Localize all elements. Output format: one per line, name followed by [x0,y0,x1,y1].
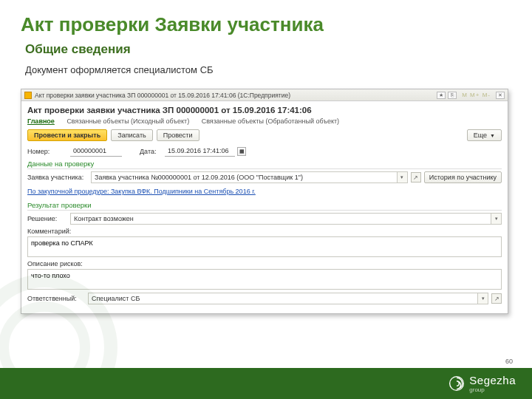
page-number: 60 [505,358,513,365]
open-icon[interactable]: ↗ [491,293,502,304]
brand-logo: Segezha group [449,374,516,392]
calendar-icon[interactable]: ▦ [237,147,246,156]
document-title: Акт проверки заявки участника ЗП 0000000… [27,106,502,115]
brand-name: Segezha [469,374,516,386]
date-label: Дата: [140,148,162,155]
more-button-label: Еще [474,132,487,139]
applicant-field[interactable]: Заявка участника №000000001 от 12.09.201… [91,171,398,183]
app-window: Акт проверки заявки участника ЗП 0000000… [21,89,508,314]
section-desc: Документ оформляется специалистом СБ [25,64,511,75]
logo-icon [449,375,465,392]
section-subtitle: Общие сведения [25,42,511,57]
memory-buttons[interactable]: М М+ М- [462,92,491,98]
svg-point-2 [450,377,464,391]
attach-icon[interactable]: ⎘ [448,92,457,99]
section-result: Результат проверки [27,201,502,211]
decision-label: Решение: [27,215,67,222]
chevron-down-icon[interactable]: ▾ [398,171,408,183]
date-field[interactable]: 15.09.2016 17:41:06 [165,146,235,157]
post-and-close-button[interactable]: Провести и закрыть [27,129,107,141]
open-icon[interactable]: ↗ [411,172,421,183]
risks-label: Описание рисков: [27,260,502,267]
responsible-field[interactable]: Специалист СБ [88,293,478,304]
page-title: Акт проверки Заявки участника [21,13,511,36]
window-titlebar: Акт проверки заявки участника ЗП 0000000… [21,89,508,101]
comment-textarea[interactable]: проверка по СПАРК [27,236,502,257]
more-button[interactable]: Еще ▼ [467,129,502,141]
window-title: Акт проверки заявки участника ЗП 0000000… [35,92,437,99]
post-button[interactable]: Провести [157,129,200,141]
toolbar: Провести и закрыть Записать Провести Еще… [27,129,502,141]
responsible-label: Ответственный: [27,295,85,302]
tab-linked-processed[interactable]: Связанные объекты (Обработанный объект) [202,117,339,125]
close-icon[interactable]: ✕ [496,92,505,99]
procedure-link[interactable]: По закупочной процедуре: Закупка ВФК. По… [27,188,256,195]
brand-sub: group [469,387,516,392]
history-button[interactable]: История по участнику [424,171,502,183]
section-check-data: Данные на проверку [27,160,502,169]
tab-linked-source[interactable]: Связанные объекты (Исходный объект) [66,117,189,125]
chevron-down-icon[interactable]: ▾ [491,213,502,225]
app-icon [24,92,32,99]
number-label: Номер: [27,148,67,155]
chevron-down-icon[interactable]: ▾ [478,293,488,304]
tab-main[interactable]: Главное [27,117,55,125]
comment-label: Комментарий: [27,228,502,235]
risks-textarea[interactable]: что-то плохо [27,269,502,290]
tabs: Главное Связанные объекты (Исходный объе… [27,117,502,125]
chevron-down-icon: ▼ [490,133,495,138]
footer: Segezha group [0,368,532,399]
favorite-icon[interactable]: ★ [437,92,446,99]
number-field[interactable]: 000000001 [70,146,122,157]
save-button[interactable]: Записать [111,129,152,141]
decision-field[interactable]: Контракт возможен [70,213,491,225]
applicant-label: Заявка участника: [27,174,88,181]
